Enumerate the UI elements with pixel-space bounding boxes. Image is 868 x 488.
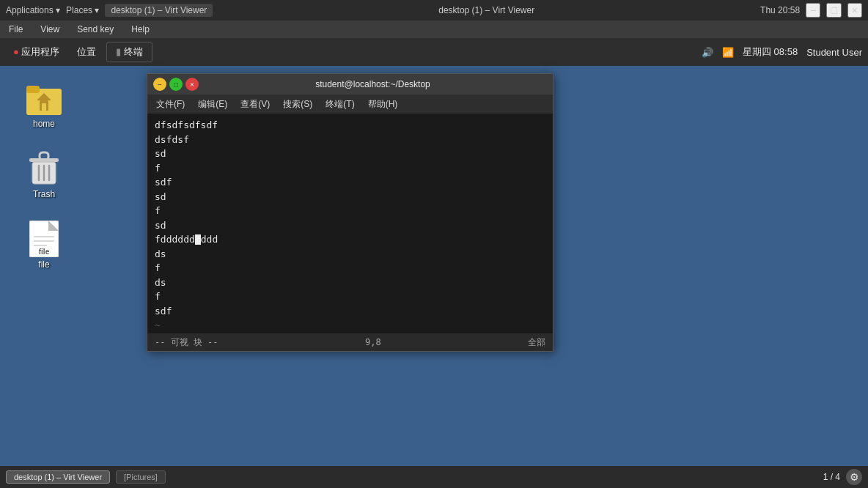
desktop-icons: home Trash	[0, 66, 88, 466]
terminal-menu-view[interactable]: 查看(V)	[235, 97, 276, 112]
host-close-button[interactable]: ×	[847, 3, 862, 18]
svg-text:file: file	[39, 248, 50, 256]
terminal-line: ds	[155, 276, 545, 290]
terminal-line: ~	[155, 318, 545, 333]
terminal-status-position: 9,8	[365, 337, 381, 347]
svg-rect-2	[26, 86, 40, 93]
viewer-area: ● 应用程序 位置 ▮ 终端 🔊 📶 星期四 08:58 Student Use…	[0, 38, 868, 466]
host-topbar-title: desktop (1) – Virt Viewer	[213, 5, 760, 15]
terminal-title: student@localhost:~/Desktop	[199, 79, 547, 89]
host-menu-help[interactable]: Help	[128, 24, 152, 34]
applications-menu[interactable]: Applications ▾	[6, 5, 60, 15]
terminal-line: dsfdsf	[155, 133, 545, 147]
svg-rect-7	[40, 152, 48, 160]
svg-rect-5	[42, 103, 46, 111]
guest-panel-left: ● 应用程序 位置 ▮ 终端	[6, 42, 152, 62]
guest-places-menu[interactable]: 位置	[70, 42, 103, 62]
home-icon-label: home	[33, 119, 55, 129]
terminal-window-buttons: − □ ×	[153, 78, 199, 91]
trash-icon-label: Trash	[33, 189, 55, 199]
terminal-maximize-button[interactable]: □	[169, 78, 183, 91]
host-menubar: File View Send key Help	[0, 21, 868, 38]
host-taskbar: desktop (1) – Virt Viewer [Pictures] 1 /…	[0, 466, 868, 488]
guest-network-icon: 📶	[722, 47, 734, 58]
terminal-line: sd	[155, 218, 545, 233]
terminal-menu: 文件(F) 编辑(E) 查看(V) 搜索(S) 终端(T) 帮助(H)	[147, 95, 553, 114]
terminal-close-button[interactable]: ×	[185, 78, 199, 91]
host-topbar: Applications ▾ Places ▾ desktop (1) – Vi…	[0, 0, 868, 21]
terminal-menu-edit[interactable]: 编辑(E)	[192, 97, 233, 112]
terminal-line: f	[155, 204, 545, 218]
terminal-minimize-button[interactable]: −	[153, 78, 166, 91]
taskbar-item-virtviewer[interactable]: desktop (1) – Virt Viewer	[6, 470, 110, 484]
active-tab-label[interactable]: desktop (1) – Virt Viewer	[105, 4, 213, 17]
host-menu-view[interactable]: View	[37, 24, 62, 34]
terminal-statusbar: -- 可视 块 -- 9,8 全部	[147, 333, 553, 351]
file-icon-label: file	[38, 259, 49, 270]
guest-user[interactable]: Student User	[806, 47, 862, 58]
terminal-line: f	[155, 289, 545, 304]
terminal-line: sdf	[155, 304, 545, 319]
taskbar-pagination: 1 / 4	[823, 472, 840, 482]
terminal-line: dfsdfsdfsdf	[155, 118, 545, 133]
file-icon[interactable]: file file	[26, 221, 62, 270]
host-topbar-right: Thu 20:58 − □ ×	[760, 3, 862, 18]
terminal-menu-terminal[interactable]: 终端(T)	[320, 97, 360, 112]
terminal-line: sd	[155, 147, 545, 161]
host-maximize-button[interactable]: □	[826, 3, 841, 18]
host-topbar-left: Applications ▾ Places ▾ desktop (1) – Vi…	[6, 4, 213, 17]
taskbar-settings-button[interactable]: ⚙	[846, 469, 862, 485]
host-time: Thu 20:58	[760, 5, 800, 15]
trash-folder-icon	[26, 151, 62, 186]
terminal-line: fddddddddd	[155, 232, 545, 247]
terminal-line: f	[155, 161, 545, 176]
terminal-line: ds	[155, 247, 545, 262]
guest-time: 星期四 08:58	[743, 45, 798, 59]
trash-icon[interactable]: Trash	[26, 151, 62, 199]
taskbar-right: 1 / 4 ⚙	[823, 469, 862, 485]
guest-panel: ● 应用程序 位置 ▮ 终端 🔊 📶 星期四 08:58 Student Use…	[0, 38, 868, 66]
terminal-line: sd	[155, 190, 545, 204]
terminal-menu-file[interactable]: 文件(F)	[150, 97, 191, 112]
host-menu-sendkey[interactable]: Send key	[74, 24, 117, 34]
host-minimize-button[interactable]: −	[806, 3, 820, 18]
terminal-menu-search[interactable]: 搜索(S)	[277, 97, 318, 112]
guest-terminal-button[interactable]: ▮ 终端	[106, 42, 152, 62]
terminal-content[interactable]: dfsdfsdfsdf dsfdsf sd f sdf sd f sd fddd…	[147, 114, 553, 333]
terminal-line: f	[155, 261, 545, 276]
terminal-status-all: 全部	[528, 336, 545, 349]
places-menu[interactable]: Places ▾	[66, 5, 99, 15]
home-icon[interactable]: home	[26, 81, 62, 129]
guest-panel-right: 🔊 📶 星期四 08:58 Student User	[702, 45, 862, 59]
terminal-menu-help[interactable]: 帮助(H)	[362, 97, 404, 112]
terminal-window: − □ × student@localhost:~/Desktop 文件(F) …	[147, 73, 553, 352]
home-folder-icon	[26, 81, 62, 116]
file-document-icon: file	[26, 221, 62, 256]
guest-apps-menu[interactable]: ● 应用程序	[6, 42, 67, 62]
host-menu-file[interactable]: File	[6, 24, 26, 34]
terminal-status-mode: -- 可视 块 --	[155, 336, 218, 349]
terminal-titlebar: − □ × student@localhost:~/Desktop	[147, 74, 553, 95]
guest-volume-icon: 🔊	[702, 47, 713, 58]
taskbar-item-pictures[interactable]: [Pictures]	[116, 470, 166, 484]
terminal-line: sdf	[155, 175, 545, 190]
